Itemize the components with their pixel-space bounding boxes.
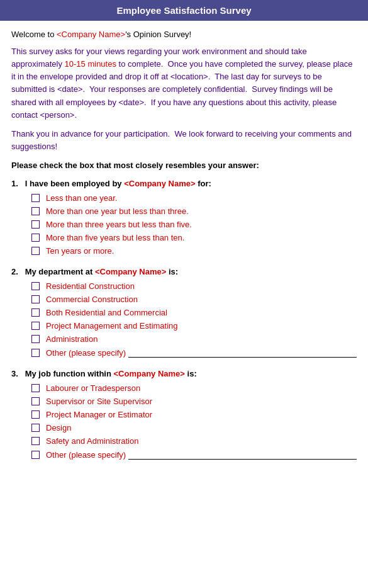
list-item[interactable]: Administration	[31, 334, 357, 344]
question-2-title: 2. My department at <Company Name> is:	[11, 267, 357, 276]
checkbox-icon[interactable]	[31, 335, 40, 343]
intro-paragraph: This survey asks for your views regardin…	[11, 45, 357, 122]
list-item[interactable]: More than five years but less than ten.	[31, 233, 357, 242]
list-item[interactable]: Design	[31, 423, 357, 433]
question-2-suffix: is:	[166, 267, 178, 276]
checkbox-icon[interactable]	[31, 308, 40, 317]
checkbox-icon[interactable]	[31, 397, 40, 405]
list-item[interactable]: More than one year but less than three.	[31, 206, 357, 216]
list-item[interactable]: Residential Construction	[31, 281, 357, 291]
other-label: Other (please specify)	[46, 450, 126, 460]
option-text: Project Manager or Estimator	[46, 410, 152, 419]
list-item[interactable]: Less than one year.	[31, 193, 357, 203]
question-3-company: <Company Name>	[114, 369, 185, 378]
page-title: Employee Satisfaction Survey	[116, 5, 251, 16]
checkbox-icon[interactable]	[31, 349, 40, 357]
question-2: 2. My department at <Company Name> is: R…	[11, 267, 357, 358]
welcome-line: Welcome to <Company Name>'s Opinion Surv…	[11, 30, 357, 39]
other-label: Other (please specify)	[46, 348, 126, 358]
question-1-title: 1. I have been employed by <Company Name…	[11, 179, 357, 188]
checkbox-icon[interactable]	[31, 424, 40, 432]
list-item[interactable]: More than three years but less than five…	[31, 220, 357, 229]
list-item[interactable]: Safety and Administration	[31, 436, 357, 446]
list-item[interactable]: Both Residential and Commercial	[31, 308, 357, 317]
list-item[interactable]: Commercial Construction	[31, 295, 357, 304]
option-text: Residential Construction	[46, 281, 135, 291]
option-text: Commercial Construction	[46, 295, 138, 304]
time-highlight: 10-15 minutes	[65, 59, 116, 69]
list-item[interactable]: Ten years or more.	[31, 246, 357, 256]
option-text: More than three years but less than five…	[46, 220, 192, 229]
list-item[interactable]: Project Manager or Estimator	[31, 410, 357, 419]
checkbox-icon[interactable]	[31, 282, 40, 290]
question-1: 1. I have been employed by <Company Name…	[11, 179, 357, 256]
question-2-options: Residential Construction Commercial Cons…	[11, 281, 357, 358]
question-3-number: 3. My job function within	[11, 369, 114, 378]
question-3: 3. My job function within <Company Name>…	[11, 369, 357, 460]
checkbox-icon[interactable]	[31, 451, 40, 459]
option-text: Both Residential and Commercial	[46, 308, 167, 317]
checkbox-icon[interactable]	[31, 234, 40, 242]
question-3-title: 3. My job function within <Company Name>…	[11, 369, 357, 378]
question-1-suffix: for:	[196, 179, 211, 188]
checkbox-icon[interactable]	[31, 410, 40, 419]
checkbox-icon[interactable]	[31, 295, 40, 303]
option-text: Design	[46, 423, 71, 433]
option-text: Administration	[46, 334, 98, 344]
option-text: Labourer or Tradesperson	[46, 383, 140, 393]
instruction: Please check the box that most closely r…	[11, 161, 357, 170]
option-text: Project Management and Estimating	[46, 321, 178, 331]
question-1-number: 1. I have been employed by	[11, 179, 124, 188]
checkbox-icon[interactable]	[31, 322, 40, 330]
option-text: More than five years but less than ten.	[46, 233, 184, 242]
option-text: More than one year but less than three.	[46, 206, 189, 216]
option-text: Supervisor or Site Supervisor	[46, 397, 152, 406]
checkbox-icon[interactable]	[31, 220, 40, 229]
other-underline[interactable]	[128, 449, 357, 460]
question-2-number: 2. My department at	[11, 267, 95, 276]
thank-you-paragraph: Thank you in advance for your participat…	[11, 128, 357, 153]
question-3-suffix: is:	[185, 369, 197, 378]
list-item-other[interactable]: Other (please specify)	[31, 348, 357, 358]
welcome-company: <Company Name>	[57, 30, 125, 39]
question-1-company: <Company Name>	[124, 179, 195, 188]
page-content: Welcome to <Company Name>'s Opinion Surv…	[0, 21, 368, 482]
checkbox-icon[interactable]	[31, 194, 40, 202]
option-text: Less than one year.	[46, 193, 117, 203]
page-header: Employee Satisfaction Survey	[0, 0, 368, 21]
question-2-company: <Company Name>	[95, 267, 166, 276]
list-item[interactable]: Project Management and Estimating	[31, 321, 357, 331]
list-item-other[interactable]: Other (please specify)	[31, 449, 357, 460]
page: Employee Satisfaction Survey Welcome to …	[0, 0, 368, 588]
checkbox-icon[interactable]	[31, 247, 40, 255]
other-underline[interactable]	[128, 348, 357, 358]
checkbox-icon[interactable]	[31, 207, 40, 215]
question-3-options: Labourer or Tradesperson Supervisor or S…	[11, 383, 357, 460]
list-item[interactable]: Labourer or Tradesperson	[31, 383, 357, 393]
list-item[interactable]: Supervisor or Site Supervisor	[31, 397, 357, 406]
question-1-options: Less than one year. More than one year b…	[11, 193, 357, 256]
option-text: Safety and Administration	[46, 436, 138, 446]
option-text: Ten years or more.	[46, 246, 114, 256]
checkbox-icon[interactable]	[31, 384, 40, 392]
checkbox-icon[interactable]	[31, 437, 40, 445]
